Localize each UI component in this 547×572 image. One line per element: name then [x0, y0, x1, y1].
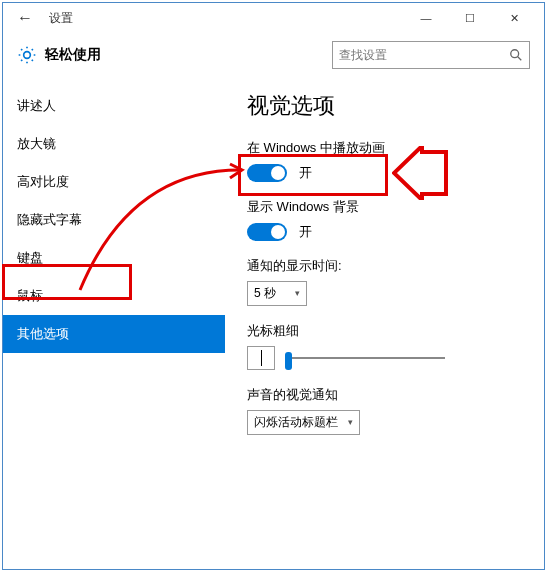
chevron-down-icon: ▾ — [295, 288, 300, 298]
minimize-button[interactable]: — — [404, 4, 448, 32]
sound-visual-label: 声音的视觉通知 — [247, 386, 526, 404]
notification-time-label: 通知的显示时间: — [247, 257, 526, 275]
close-button[interactable]: ✕ — [492, 4, 536, 32]
search-icon — [509, 48, 523, 62]
sound-visual-value: 闪烁活动标题栏 — [254, 414, 338, 431]
title-bar: ← 设置 — ☐ ✕ — [3, 3, 544, 33]
setting-background: 显示 Windows 背景 开 — [247, 198, 526, 241]
notification-time-dropdown[interactable]: 5 秒 ▾ — [247, 281, 307, 306]
search-box[interactable] — [332, 41, 530, 69]
setting-cursor-width: 光标粗细 — [247, 322, 526, 370]
background-toggle[interactable] — [247, 223, 287, 241]
maximize-button[interactable]: ☐ — [448, 4, 492, 32]
notification-time-value: 5 秒 — [254, 285, 276, 302]
animations-toggle[interactable] — [247, 164, 287, 182]
slider-thumb[interactable] — [285, 352, 292, 370]
sidebar-item-keyboard[interactable]: 键盘 — [3, 239, 225, 277]
content-pane: 视觉选项 在 Windows 中播放动画 开 显示 Windows 背景 开 通… — [225, 77, 544, 569]
setting-animations: 在 Windows 中播放动画 开 — [247, 139, 526, 182]
setting-notification-time: 通知的显示时间: 5 秒 ▾ — [247, 257, 526, 306]
chevron-down-icon: ▾ — [348, 417, 353, 427]
background-label: 显示 Windows 背景 — [247, 198, 526, 216]
settings-window: ← 设置 — ☐ ✕ 轻松使用 讲述人 放大镜 高对比度 隐藏式字幕 键盘 鼠标… — [2, 2, 545, 570]
sidebar-item-high-contrast[interactable]: 高对比度 — [3, 163, 225, 201]
search-input[interactable] — [339, 48, 509, 62]
cursor-slider[interactable] — [285, 357, 445, 359]
back-button[interactable]: ← — [11, 5, 39, 31]
header: 轻松使用 — [3, 33, 544, 77]
window-controls: — ☐ ✕ — [404, 4, 536, 32]
background-state: 开 — [299, 223, 312, 241]
svg-line-1 — [518, 57, 522, 61]
window-title: 设置 — [49, 10, 73, 27]
svg-point-0 — [511, 50, 519, 58]
sidebar-item-closed-caption[interactable]: 隐藏式字幕 — [3, 201, 225, 239]
sidebar-item-magnifier[interactable]: 放大镜 — [3, 125, 225, 163]
body: 讲述人 放大镜 高对比度 隐藏式字幕 键盘 鼠标 其他选项 视觉选项 在 Win… — [3, 77, 544, 569]
setting-sound-visual: 声音的视觉通知 闪烁活动标题栏 ▾ — [247, 386, 526, 435]
sidebar: 讲述人 放大镜 高对比度 隐藏式字幕 键盘 鼠标 其他选项 — [3, 77, 225, 569]
gear-icon — [17, 45, 37, 65]
sidebar-item-other-options[interactable]: 其他选项 — [3, 315, 225, 353]
sound-visual-dropdown[interactable]: 闪烁活动标题栏 ▾ — [247, 410, 360, 435]
cursor-label: 光标粗细 — [247, 322, 526, 340]
sidebar-item-mouse[interactable]: 鼠标 — [3, 277, 225, 315]
cursor-preview — [247, 346, 275, 370]
sidebar-item-narrator[interactable]: 讲述人 — [3, 87, 225, 125]
animations-state: 开 — [299, 164, 312, 182]
animations-label: 在 Windows 中播放动画 — [247, 139, 526, 157]
page-title: 视觉选项 — [247, 91, 526, 121]
header-title: 轻松使用 — [45, 46, 101, 64]
